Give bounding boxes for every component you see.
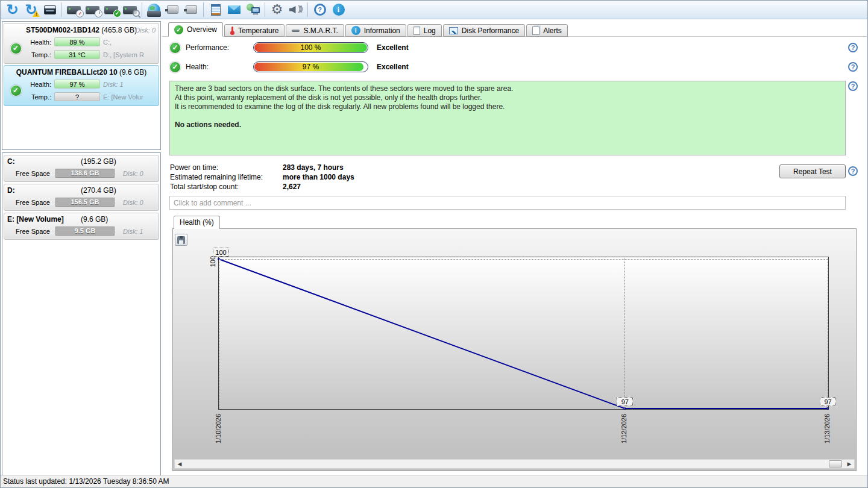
ok-status-icon: ✓ (10, 85, 22, 96)
save-chart-button[interactable] (175, 234, 187, 246)
main-panel: ✓Overview Temperature S.M.A.R.T. iInform… (162, 20, 867, 476)
tab-alerts[interactable]: Alerts (526, 24, 568, 37)
help-button[interactable]: ? (310, 1, 329, 18)
volume-letters: E: [New Volur (103, 93, 159, 101)
help-icon: ? (314, 4, 326, 16)
chart-icon (449, 27, 458, 34)
x-axis-date-label: 1/10/2026 (215, 414, 222, 443)
removable-disk-eject-icon (186, 5, 197, 14)
performance-meter: 100 % (253, 42, 368, 53)
remote-monitoring-button[interactable] (244, 1, 262, 18)
disk-search-icon (123, 6, 137, 14)
tab-information[interactable]: iInformation (345, 24, 406, 37)
scroll-right-arrow[interactable]: ▶ (844, 460, 854, 468)
partition-list: C: (195.2 GB) Free Space 138.6 GB Disk: … (2, 152, 161, 476)
chart-horizontal-scrollbar[interactable]: ◀ ▶ (174, 459, 855, 469)
network-disks-button[interactable] (145, 1, 163, 18)
disk-number: Disk: 1 (123, 228, 143, 235)
gear-icon: ⚙ (271, 3, 283, 16)
toolbar: ↻ ↻! ✓ ⚙ ))) ? i (1, 1, 867, 19)
health-label: Health: (24, 81, 51, 88)
tab-smart[interactable]: S.M.A.R.T. (286, 24, 344, 37)
tab-temperature[interactable]: Temperature (224, 24, 285, 37)
disk-statistics: Power on time:283 days, 7 hours Estimate… (170, 163, 354, 192)
refresh-button[interactable]: ↻ (3, 1, 22, 18)
report-button[interactable] (206, 1, 225, 18)
report-window-button[interactable] (40, 1, 59, 18)
scroll-left-arrow[interactable]: ◀ (175, 460, 184, 468)
performance-label: Performance: (186, 43, 253, 52)
send-email-button[interactable] (225, 1, 244, 18)
smart-icon (292, 30, 300, 32)
partition-item-e[interactable]: E: [New Volume] (9.6 GB) Free Space 9.5 … (4, 213, 159, 240)
partition-name: C: (7, 157, 15, 166)
partition-name: E: [New Volume] (7, 215, 64, 224)
free-space-label: Free Space (16, 228, 53, 235)
health-row: ✓ Health: 97 % Excellent (169, 61, 409, 73)
disk-item-st500dm002[interactable]: ST500DM002-1BD142 (465.8 GB) Disk: 0 ✓ H… (4, 23, 159, 64)
temp-label: Temp.: (24, 51, 51, 58)
x-axis-date-label: 1/13/2026 (823, 414, 831, 443)
disk-name: ST500DM002-1BD142 (26, 26, 99, 34)
document-icon (414, 27, 420, 35)
volume-letters: C:, (103, 39, 159, 46)
removable-disk-icon (167, 5, 178, 14)
temp-bar: ? (54, 92, 100, 101)
refresh-icon: ↻ (6, 2, 18, 17)
disk-search-button[interactable] (121, 1, 139, 18)
disk-status-button[interactable]: ✓ (102, 1, 121, 18)
free-space-label: Free Space (16, 170, 53, 177)
help-performance-icon[interactable]: ? (848, 43, 858, 52)
settings-button[interactable]: ⚙ (268, 1, 286, 18)
disk-check-icon: ✓ (104, 6, 118, 14)
info-button[interactable]: i (329, 1, 348, 18)
notepad-icon (211, 4, 221, 16)
partition-size: (195.2 GB) (81, 157, 116, 166)
toolbar-separator (307, 2, 308, 17)
disk-item-quantum-fireball[interactable]: QUANTUM FIREBALLlct20 10 (9.6 GB) ✓ Heal… (4, 65, 159, 106)
removable-disk-eject-button[interactable] (182, 1, 201, 18)
refresh-problems-button[interactable]: ↻! (22, 1, 40, 18)
help-health-icon[interactable]: ? (848, 62, 858, 72)
disk-gauge-icon (67, 6, 81, 14)
ok-status-icon: ✓ (169, 61, 181, 73)
removable-disk-button[interactable] (163, 1, 182, 18)
stat-value: more than 1000 days (283, 172, 354, 182)
disk-name: QUANTUM FIREBALLlct20 10 (16, 68, 118, 77)
info-icon: i (333, 4, 345, 16)
data-point-label: 100 (213, 248, 229, 257)
tab-disk-performance[interactable]: Disk Performance (443, 24, 525, 37)
repeat-test-button[interactable]: Repeat Test (779, 164, 846, 178)
performance-status: Excellent (377, 43, 409, 52)
mail-icon (228, 5, 241, 14)
disk-number: Disk: 0 (135, 27, 156, 34)
volume-letters: D:, [System R (103, 51, 159, 58)
max-value-guide (219, 259, 828, 260)
partition-item-d[interactable]: D: (270.4 GB) Free Space 156.5 GB Disk: … (4, 184, 159, 211)
thermometer-icon (230, 27, 234, 35)
disk-list: ST500DM002-1BD142 (465.8 GB) Disk: 0 ✓ H… (2, 21, 161, 150)
y-axis-tick-label: 100 (209, 256, 216, 267)
health-status: Excellent (377, 63, 409, 71)
health-label: Health: (186, 63, 253, 71)
health-chart-panel: 1001/10/2026971/12/2026971/13/2026100 ◀ … (172, 228, 857, 471)
tab-log[interactable]: Log (407, 24, 442, 37)
toolbar-separator (203, 2, 204, 17)
scrollbar-thumb[interactable] (829, 460, 842, 468)
x-axis-date-label: 1/12/2026 (620, 414, 627, 443)
sounds-button[interactable]: ))) (286, 1, 305, 18)
partition-item-c[interactable]: C: (195.2 GB) Free Space 138.6 GB Disk: … (4, 155, 159, 182)
health-message-box: There are 3 bad sectors on the disk surf… (169, 81, 846, 155)
disk-history-button[interactable] (83, 1, 102, 18)
health-chart-tab[interactable]: Health (%) (174, 216, 220, 229)
disk-performance-button[interactable] (64, 1, 83, 18)
health-chart-plot: 1001/10/2026971/12/2026971/13/2026100 (218, 257, 829, 410)
tab-overview[interactable]: ✓Overview (168, 22, 223, 37)
help-message-icon[interactable]: ? (848, 81, 858, 91)
network-computer-icon (247, 4, 260, 16)
comment-input[interactable] (169, 196, 846, 210)
help-test-icon[interactable]: ? (848, 166, 858, 176)
message-line: It is recommended to examine the log of … (175, 102, 840, 111)
data-point-guide (624, 258, 625, 409)
data-point-guide (219, 258, 219, 409)
